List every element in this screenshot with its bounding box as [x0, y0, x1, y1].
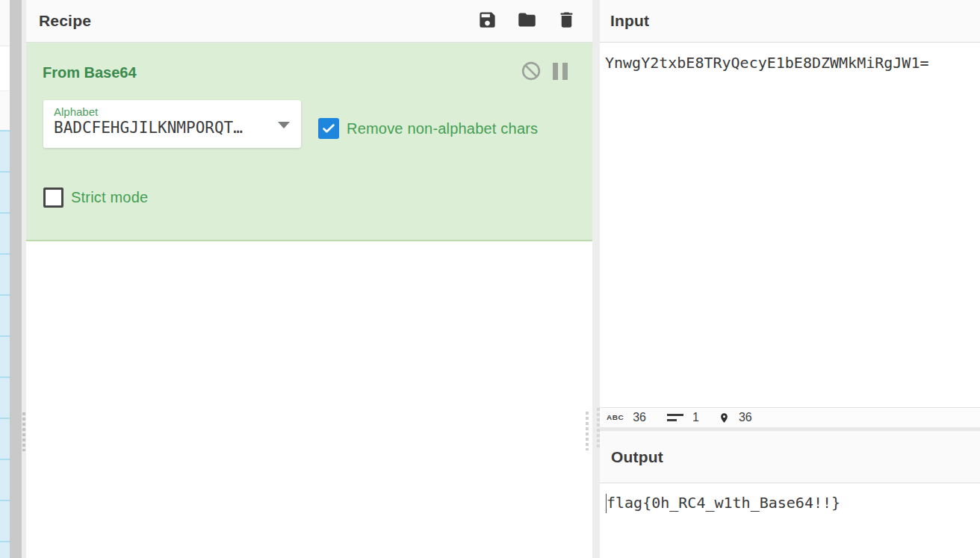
folder-icon	[517, 10, 537, 33]
output-header: Output	[600, 431, 980, 483]
input-textarea[interactable]: YnwgY2txbE8TRyQecyE1bE8DZWMkMiRgJW1=	[600, 43, 980, 407]
operations-category-edge	[0, 91, 10, 130]
trash-icon	[556, 10, 577, 33]
save-recipe-button[interactable]	[477, 10, 497, 31]
line-count: 1	[692, 411, 699, 424]
recipe-io-divider[interactable]	[592, 0, 600, 558]
favourite-operation-item[interactable]	[0, 376, 10, 418]
favourite-operation-item[interactable]	[0, 541, 10, 558]
favourite-operation-item[interactable]	[0, 171, 10, 212]
favourite-operation-item[interactable]	[0, 253, 10, 294]
operations-list-edge	[0, 0, 10, 558]
remove-non-alphabet-checkbox[interactable]: Remove non-alphabet chars	[318, 118, 538, 139]
recipe-header: Recipe	[26, 0, 592, 43]
operation-from-base64[interactable]: From Base64 Alphabet BADCFEHGJILKNMPORQT…	[26, 43, 592, 241]
disable-operation-icon[interactable]	[521, 61, 541, 81]
checkbox-unchecked-icon	[43, 187, 63, 208]
input-title: Input	[610, 12, 649, 30]
input-text: YnwgY2txbE8TRyQecyE1bE8DZWMkMiRgJW1=	[605, 53, 976, 72]
character-count: 36	[633, 411, 646, 424]
io-panel: Input YnwgY2txbE8TRyQecyE1bE8DZWMkMiRgJW…	[600, 0, 980, 558]
alphabet-value: BADCFEHGJILKNMPORQT…	[54, 119, 291, 137]
output-area[interactable]: flag{0h_RC4_w1th_Base64!!}	[600, 483, 980, 558]
strict-mode-checkbox[interactable]: Strict mode	[43, 187, 148, 208]
remove-non-alphabet-label: Remove non-alphabet chars	[347, 120, 538, 137]
operations-recipe-splitter-grip[interactable]	[22, 412, 25, 451]
input-header: Input	[600, 0, 980, 43]
chevron-down-icon	[278, 122, 290, 128]
favourite-operation-item[interactable]	[0, 459, 10, 500]
line-count-icon	[667, 414, 683, 421]
load-recipe-button[interactable]	[516, 10, 537, 31]
operation-title[interactable]: From Base64	[43, 64, 137, 81]
clear-recipe-button[interactable]	[556, 10, 577, 31]
checkbox-checked-icon	[318, 118, 339, 139]
character-count-icon: ABC	[607, 414, 624, 421]
cursor-position-icon	[719, 411, 730, 425]
operations-scrollbar[interactable]	[10, 0, 22, 558]
favourite-operation-item[interactable]	[0, 335, 10, 376]
operations-search-edge	[0, 0, 10, 46]
alphabet-label: Alphabet	[54, 105, 291, 118]
recipe-title: Recipe	[39, 12, 91, 30]
strict-mode-label: Strict mode	[71, 189, 148, 206]
recipe-toolbar	[477, 10, 577, 31]
favourite-operation-item[interactable]	[0, 212, 10, 253]
recipe-io-splitter-grip[interactable]	[586, 412, 589, 450]
favourite-operation-item[interactable]	[0, 130, 10, 171]
breakpoint-pause-icon[interactable]	[553, 63, 568, 80]
output-text: flag{0h_RC4_w1th_Base64!!}	[600, 493, 976, 512]
recipe-panel: Recipe Fro	[26, 0, 592, 558]
input-status-bar: ABC 36 1 36	[600, 407, 980, 427]
cyberchef-app: Recipe Fro	[0, 0, 980, 558]
output-title: Output	[611, 448, 663, 466]
favourite-operation-item[interactable]	[0, 294, 10, 335]
favourite-operation-item[interactable]	[0, 500, 10, 541]
text-cursor	[606, 494, 607, 513]
cursor-position: 36	[739, 411, 752, 424]
favourite-operation-item[interactable]	[0, 418, 10, 459]
operations-row-edge	[0, 46, 10, 91]
save-icon	[477, 10, 497, 33]
alphabet-select[interactable]: Alphabet BADCFEHGJILKNMPORQT…	[43, 100, 301, 148]
